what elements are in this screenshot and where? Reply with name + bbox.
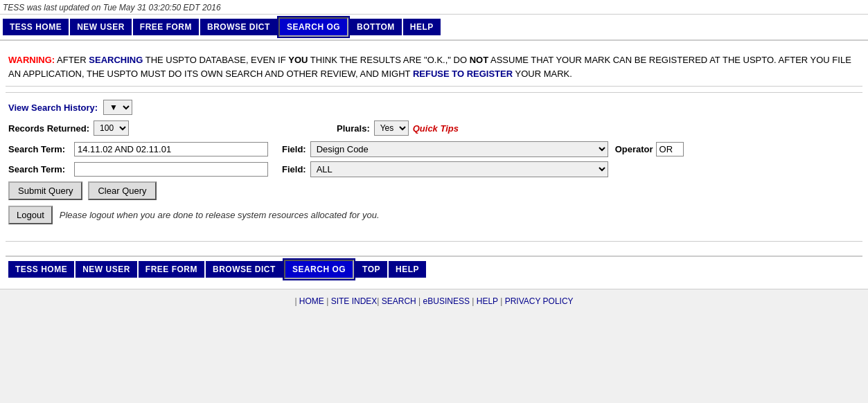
- warning-text5: YOUR MARK.: [513, 69, 572, 79]
- clear-query-button[interactable]: Clear Query: [88, 181, 156, 200]
- bottom-nav-bar: TESS HOME NEW USER FREE FORM BROWSE DICT…: [6, 256, 862, 282]
- footer-sep4: |: [470, 296, 477, 306]
- footer: | HOME | SITE INDEX| SEARCH | eBUSINESS …: [0, 289, 868, 313]
- search-section: View Search History: ▼ Records Returned:…: [6, 94, 862, 230]
- view-history-select[interactable]: ▼: [103, 100, 132, 115]
- free-form-bottom-button[interactable]: FREE FORM: [139, 261, 204, 278]
- tess-home-bottom-button[interactable]: TESS HOME: [8, 261, 74, 278]
- browse-dict-bottom-button[interactable]: BROWSE DICT: [206, 261, 283, 278]
- footer-sep3: |: [416, 296, 423, 306]
- search-og-button[interactable]: SEARCH OG: [278, 17, 348, 37]
- footer-link-home[interactable]: HOME: [299, 296, 324, 306]
- footer-link-siteindex[interactable]: SITE INDEX: [331, 296, 378, 306]
- field-select-2[interactable]: ALL Design Code Basic Index Mark Literal…: [310, 161, 608, 177]
- logout-row: Logout Please logout when you are done t…: [8, 206, 860, 224]
- search-term-row-2: Search Term: Field: ALL Design Code Basi…: [8, 161, 860, 177]
- footer-link-privacy[interactable]: PRIVACY POLICY: [505, 296, 574, 306]
- footer-link-help[interactable]: HELP: [477, 296, 498, 306]
- operator-input[interactable]: [656, 142, 684, 156]
- searching-text: SEARCHING: [89, 55, 143, 65]
- top-button[interactable]: TOP: [355, 261, 387, 278]
- search-term-input-2[interactable]: [74, 162, 268, 177]
- tess-status-bar: TESS was last updated on Tue May 31 03:2…: [0, 0, 868, 15]
- footer-sep5: |: [498, 296, 505, 306]
- plurals-group: Plurals: Yes No Quick Tips: [337, 120, 459, 136]
- submit-query-button[interactable]: Submit Query: [8, 181, 82, 200]
- field-label-2: Field:: [282, 164, 306, 174]
- new-user-bottom-button[interactable]: NEW USER: [76, 261, 137, 278]
- refuse-link[interactable]: REFUSE TO REGISTER: [413, 69, 513, 79]
- last-updated-text: TESS was last updated on Tue May 31 03:2…: [3, 3, 221, 12]
- help-bottom-button[interactable]: HELP: [389, 261, 426, 278]
- not-text: NOT: [470, 55, 488, 65]
- logout-text: Please logout when you are done to relea…: [60, 210, 380, 220]
- field-label-1: Field:: [282, 144, 306, 154]
- plurals-select[interactable]: Yes No: [374, 120, 409, 136]
- view-history-label: View Search History:: [8, 102, 98, 113]
- quick-tips-text: Quick Tips: [413, 123, 459, 134]
- footer-link-ebusiness[interactable]: eBUSINESS: [423, 296, 470, 306]
- separator1: [6, 92, 862, 93]
- button-row: Submit Query Clear Query: [8, 181, 860, 200]
- top-nav-bar: TESS HOME NEW USER FREE FORM BROWSE DICT…: [0, 15, 868, 41]
- warning-text3: THINK THE RESULTS ARE "O.K.," DO: [308, 55, 469, 65]
- browse-dict-button[interactable]: BROWSE DICT: [200, 19, 277, 35]
- plurals-label: Plurals:: [337, 123, 370, 134]
- search-term-input-1[interactable]: [74, 142, 268, 156]
- you-text: YOU: [288, 55, 308, 65]
- field-select-1[interactable]: Design Code ALL Basic Index Mark Literal…: [310, 141, 608, 157]
- records-row: Records Returned: 100 50 25 10 Plurals: …: [8, 120, 860, 136]
- bottom-button[interactable]: BOTTOM: [350, 19, 402, 35]
- warning-label: WARNING:: [8, 55, 55, 65]
- records-returned-select[interactable]: 100 50 25 10: [94, 120, 129, 136]
- tess-home-button[interactable]: TESS HOME: [3, 19, 69, 35]
- records-returned-label: Records Returned:: [8, 123, 89, 134]
- search-term-label-1: Search Term:: [8, 144, 74, 154]
- help-button[interactable]: HELP: [403, 19, 441, 35]
- main-content: WARNING: AFTER SEARCHING THE USPTO DATAB…: [0, 41, 868, 289]
- new-user-button[interactable]: NEW USER: [70, 19, 132, 35]
- logout-button[interactable]: Logout: [8, 206, 53, 224]
- footer-sep1: |: [324, 296, 331, 306]
- view-history-row: View Search History: ▼: [8, 100, 860, 115]
- free-form-button[interactable]: FREE FORM: [133, 19, 199, 35]
- search-term-row-1: Search Term: Field: Design Code ALL Basi…: [8, 141, 860, 157]
- search-term-label-2: Search Term:: [8, 164, 74, 174]
- operator-label: Operator: [615, 144, 653, 154]
- warning-section: WARNING: AFTER SEARCHING THE USPTO DATAB…: [6, 48, 862, 87]
- separator2: [6, 241, 862, 242]
- search-og-bottom-button[interactable]: SEARCH OG: [284, 260, 354, 279]
- warning-text2: THE USPTO DATABASE, EVEN IF: [143, 55, 288, 65]
- footer-link-search[interactable]: SEARCH: [382, 296, 416, 306]
- warning-text1: AFTER: [55, 55, 89, 65]
